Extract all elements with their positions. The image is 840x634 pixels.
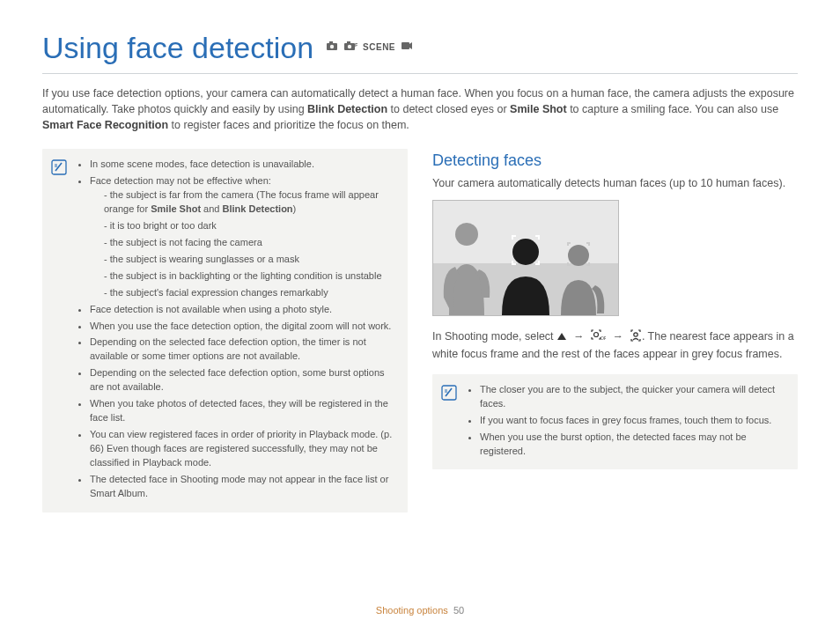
note-item: If you want to focus faces in grey focus… bbox=[480, 414, 785, 428]
intro-paragraph: If you use face detection options, your … bbox=[42, 85, 798, 133]
title-rule bbox=[42, 73, 798, 74]
svg-point-5 bbox=[348, 45, 351, 48]
menu-up-icon bbox=[556, 329, 567, 345]
left-note-box: In some scene modes, face detection is u… bbox=[42, 149, 408, 512]
face-off-icon: OFF bbox=[590, 329, 606, 346]
note-item: Depending on the selected face defection… bbox=[90, 335, 395, 364]
note-item: You can view registered faces in order o… bbox=[90, 428, 395, 470]
right-note-content: The closer you are to the subject, the q… bbox=[466, 383, 785, 461]
note-item: When you use the burst option, the detec… bbox=[480, 431, 785, 459]
note-icon bbox=[51, 159, 67, 175]
svg-point-11 bbox=[568, 245, 589, 266]
svg-rect-1 bbox=[329, 41, 333, 44]
note-item: When you take photos of detected faces, … bbox=[90, 397, 395, 425]
note-subitem: the subject's facial expression changes … bbox=[104, 286, 395, 300]
mode-icons: P SCENE bbox=[326, 41, 413, 55]
face-detect-icon bbox=[630, 329, 642, 346]
svg-rect-4 bbox=[347, 41, 350, 44]
svg-point-9 bbox=[455, 223, 478, 246]
note-subitem: it is too bright or too dark bbox=[104, 219, 395, 233]
note-item: When you use the face detection option, … bbox=[90, 320, 395, 334]
note-subitem: the subject is far from the camera (The … bbox=[104, 188, 395, 217]
step-instruction: In Shooting mode, select → OFF → . The n… bbox=[432, 328, 798, 361]
camera-plus-icon: P bbox=[343, 41, 357, 55]
svg-point-14 bbox=[634, 332, 637, 335]
right-note-box: The closer you are to the subject, the q… bbox=[432, 374, 798, 470]
svg-text:OFF: OFF bbox=[601, 335, 606, 341]
footer-section: Shooting options bbox=[376, 605, 448, 616]
note-item: The detected face in Shooting mode may n… bbox=[90, 473, 395, 501]
note-icon bbox=[441, 385, 457, 401]
section-lead: Your camera automatically detects human … bbox=[432, 175, 798, 191]
svg-rect-7 bbox=[402, 42, 409, 49]
svg-text:P: P bbox=[355, 42, 357, 48]
video-icon bbox=[401, 41, 413, 55]
note-subitem: the subject is wearing sunglasses or a m… bbox=[104, 253, 395, 267]
note-item: In some scene modes, face detection is u… bbox=[90, 158, 395, 172]
page-footer: Shooting options 50 bbox=[0, 604, 840, 618]
face-detection-illustration bbox=[432, 200, 619, 316]
right-column: Detecting faces Your camera automaticall… bbox=[432, 149, 798, 512]
note-item: The closer you are to the subject, the q… bbox=[480, 383, 785, 411]
page-title-text: Using face detection bbox=[42, 26, 313, 70]
left-note-content: In some scene modes, face detection is u… bbox=[76, 158, 395, 504]
scene-icon: SCENE bbox=[363, 41, 395, 55]
svg-point-12 bbox=[594, 332, 599, 336]
footer-page-number: 50 bbox=[453, 605, 464, 616]
note-item: Face detection is not available when usi… bbox=[90, 303, 395, 317]
section-heading: Detecting faces bbox=[432, 149, 798, 172]
note-subitem: the subject is not facing the camera bbox=[104, 236, 395, 250]
page-title: Using face detection P SCENE bbox=[42, 26, 798, 70]
svg-point-10 bbox=[512, 239, 539, 265]
note-subitem: the subject is in backlighting or the li… bbox=[104, 269, 395, 284]
camera-icon bbox=[326, 41, 338, 55]
note-item: Face detection may not be effective when… bbox=[90, 174, 395, 300]
svg-point-2 bbox=[330, 45, 334, 48]
left-column: In some scene modes, face detection is u… bbox=[42, 149, 408, 512]
note-item: Depending on the selected face defection… bbox=[90, 366, 395, 394]
